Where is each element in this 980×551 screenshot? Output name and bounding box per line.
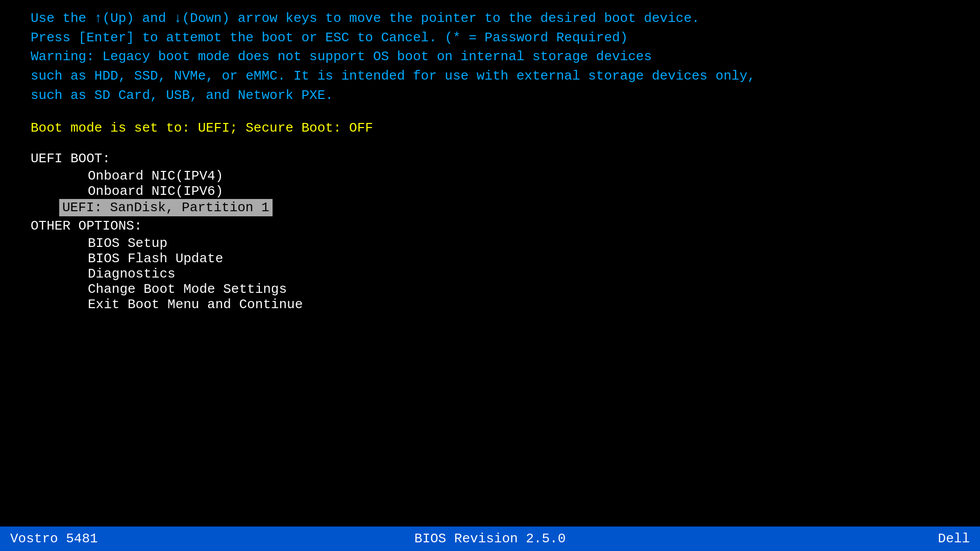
other-item-5[interactable]: Exit Boot Menu and Continue [31,297,949,312]
uefi-section-header: UEFI BOOT: [31,151,949,166]
boot-mode-status: Boot mode is set to: UEFI; Secure Boot: … [31,120,949,136]
uefi-item-3[interactable]: UEFI: SanDisk, Partition 1 [31,199,949,216]
other-item-4[interactable]: Change Boot Mode Settings [31,282,949,297]
other-section-header: OTHER OPTIONS: [31,218,949,234]
uefi-item-1-label[interactable]: Onboard NIC(IPV4) [59,167,223,185]
status-bar-model: Vostro 5481 [10,531,330,546]
other-item-1-label[interactable]: BIOS Setup [59,235,167,252]
other-item-1[interactable]: BIOS Setup [31,236,949,251]
status-bar-bios: BIOS Revision 2.5.0 [330,531,650,546]
instruction-line-4: such as HDD, SSD, NVMe, or eMMC. It is i… [31,67,949,86]
uefi-item-1[interactable]: Onboard NIC(IPV4) [31,168,949,184]
instruction-block: Use the ↑(Up) and ↓(Down) arrow keys to … [31,9,949,105]
other-item-2-label[interactable]: BIOS Flash Update [59,250,223,267]
other-item-2[interactable]: BIOS Flash Update [31,251,949,266]
main-content: Use the ↑(Up) and ↓(Down) arrow keys to … [0,0,980,312]
instruction-line-2: Press [Enter] to attemot the boot or ESC… [31,29,949,48]
other-item-4-label[interactable]: Change Boot Mode Settings [59,281,287,298]
instruction-line-3: Warning: Legacy boot mode does not suppo… [31,47,949,67]
other-item-3[interactable]: Diagnostics [31,266,949,282]
uefi-item-3-label[interactable]: UEFI: SanDisk, Partition 1 [59,199,273,216]
status-bar-brand: Dell [650,531,970,546]
other-item-5-label[interactable]: Exit Boot Menu and Continue [59,296,303,313]
instruction-line-5: such as SD Card, USB, and Network PXE. [31,86,949,106]
uefi-item-2[interactable]: Onboard NIC(IPV6) [31,184,949,199]
status-bar: Vostro 5481 BIOS Revision 2.5.0 Dell [0,527,980,551]
instruction-line-1: Use the ↑(Up) and ↓(Down) arrow keys to … [31,9,949,29]
uefi-item-2-label[interactable]: Onboard NIC(IPV6) [59,183,223,200]
other-item-3-label[interactable]: Diagnostics [59,265,176,283]
